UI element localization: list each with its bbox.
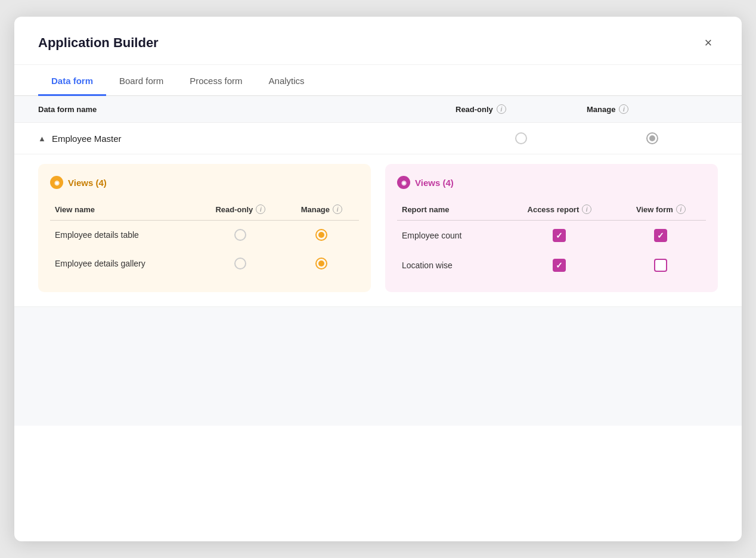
tab-board-form[interactable]: Board form: [106, 65, 176, 96]
col-header-readonly: Read-only i: [456, 104, 587, 114]
row2-manage-radio[interactable]: [315, 258, 327, 269]
table-row: Employee count ✓: [397, 221, 706, 251]
row2-manage-cell: [284, 249, 359, 278]
left-col-manage: Manage i: [284, 199, 359, 221]
left-col-readonly: Read-only i: [197, 199, 284, 221]
views-panel-right: ◉ Views (4) Report name Access report: [385, 164, 718, 292]
col-header-manage: Manage i: [587, 104, 718, 114]
check-icon: ✓: [556, 261, 563, 269]
modal-container: Application Builder × Data form Board fo…: [14, 17, 742, 541]
row1-manage-cell: [284, 221, 359, 250]
employee-name-cell: ▲ Employee Master: [38, 134, 456, 144]
right-panel-title: Views (4): [415, 178, 454, 188]
row2-manage-radio-inner: [318, 261, 324, 266]
views-panel-left: ◉ Views (4) View name Read-only: [38, 164, 371, 292]
left-manage-info-icon[interactable]: i: [333, 204, 342, 214]
views-grid: ◉ Views (4) View name Read-only: [14, 154, 742, 306]
rrow1-access-checkbox[interactable]: ✓: [553, 229, 566, 242]
modal-header: Application Builder ×: [14, 17, 742, 65]
col-header-name: Data form name: [38, 104, 456, 114]
table-row: Employee details gallery: [50, 249, 359, 278]
row2-readonly-radio[interactable]: [234, 258, 246, 269]
manage-radio-inner: [649, 135, 655, 141]
table-row: Location wise ✓: [397, 250, 706, 280]
readonly-radio[interactable]: [515, 132, 527, 144]
content-area: ▲ Employee Master ◉ Views (4): [14, 123, 742, 541]
table-row: Employee details table: [50, 221, 359, 250]
right-views-table: Report name Access report i View fo: [397, 199, 706, 280]
left-views-table: View name Read-only i Manage: [50, 199, 359, 278]
rrow1-viewform-cell: ✓: [616, 221, 706, 251]
rrow2-access-checkbox[interactable]: ✓: [553, 259, 566, 272]
tabs-area: Data form Board form Process form Analyt…: [14, 65, 742, 96]
right-panel-header: ◉ Views (4): [397, 176, 706, 189]
manage-info-icon[interactable]: i: [619, 104, 628, 114]
left-col-view-name: View name: [50, 199, 197, 221]
right-viewform-info-icon[interactable]: i: [676, 204, 686, 214]
left-readonly-info-icon[interactable]: i: [256, 204, 265, 214]
rrow2-viewform-checkbox[interactable]: [654, 259, 667, 272]
manage-radio[interactable]: [646, 132, 658, 144]
row1-name: Employee details table: [50, 221, 197, 250]
employee-master-row: ▲ Employee Master: [14, 123, 742, 154]
check-icon: ✓: [556, 231, 563, 240]
row1-manage-radio-inner: [318, 232, 324, 238]
row2-readonly-cell: [197, 249, 284, 278]
left-panel-header: ◉ Views (4): [50, 176, 359, 189]
rrow2-name: Location wise: [397, 250, 503, 280]
close-button[interactable]: ×: [699, 33, 718, 52]
tab-data-form[interactable]: Data form: [38, 65, 106, 96]
manage-radio-cell: [587, 132, 718, 144]
tab-analytics[interactable]: Analytics: [256, 65, 318, 96]
left-panel-title: Views (4): [68, 178, 107, 188]
right-col-view-form: View form i: [616, 199, 706, 221]
left-table-header-row: View name Read-only i Manage: [50, 199, 359, 221]
right-table-header-row: Report name Access report i View fo: [397, 199, 706, 221]
modal-title: Application Builder: [38, 35, 159, 51]
collapse-icon[interactable]: ▲: [38, 134, 46, 143]
rrow1-name: Employee count: [397, 221, 503, 251]
row2-name: Employee details gallery: [50, 249, 197, 278]
check-icon: ✓: [657, 231, 664, 240]
right-col-report-name: Report name: [397, 199, 503, 221]
right-panel-icon: ◉: [397, 176, 410, 189]
rrow1-access-cell: ✓: [503, 221, 616, 251]
row1-readonly-radio[interactable]: [234, 229, 246, 241]
table-header-row: Data form name Read-only i Manage i: [14, 96, 742, 123]
rrow2-access-cell: ✓: [503, 250, 616, 280]
row1-manage-radio[interactable]: [315, 229, 327, 241]
right-col-access-report: Access report i: [503, 199, 616, 221]
left-panel-icon: ◉: [50, 176, 63, 189]
rrow2-viewform-cell: [616, 250, 706, 280]
right-access-info-icon[interactable]: i: [582, 204, 591, 214]
employee-name-label: Employee Master: [52, 134, 122, 144]
readonly-radio-cell: [456, 132, 587, 144]
readonly-info-icon[interactable]: i: [497, 104, 506, 114]
rrow1-viewform-checkbox[interactable]: ✓: [654, 229, 667, 242]
row1-readonly-cell: [197, 221, 284, 250]
tab-process-form[interactable]: Process form: [176, 65, 255, 96]
bottom-empty-area: [14, 306, 742, 426]
